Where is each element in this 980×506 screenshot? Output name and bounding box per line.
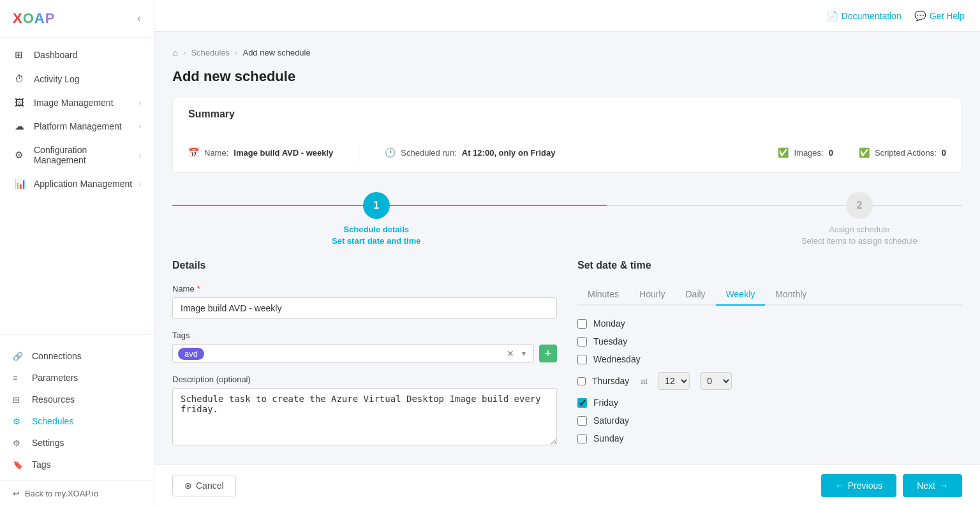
tab-daily[interactable]: Daily — [676, 284, 716, 306]
tag-add-button[interactable]: + — [539, 345, 557, 362]
tuesday-checkbox[interactable] — [577, 337, 587, 346]
stepper-step-1: 1 Schedule details Set start date and ti… — [332, 192, 420, 247]
required-star: * — [197, 284, 200, 294]
friday-checkbox[interactable] — [577, 398, 587, 408]
summary-run-value: At 12:00, only on Friday — [462, 148, 556, 158]
sidebar-item-parameters[interactable]: ≡ Parameters — [0, 367, 154, 389]
name-input[interactable] — [172, 297, 557, 319]
sidebar-divider — [0, 334, 154, 335]
tags-label: Tags — [172, 331, 557, 340]
summary-scheduled-run: 🕐 Scheduled run: At 12:00, only on Frida… — [385, 147, 555, 158]
sidebar-item-tags[interactable]: 🔖 Tags — [0, 454, 154, 475]
datetime-section: Set date & time Minutes Hourly Daily Wee… — [577, 260, 962, 459]
saturday-row[interactable]: Saturday — [577, 415, 962, 426]
configuration-management-icon: ⚙ — [15, 149, 27, 161]
logo-x: X — [13, 10, 23, 26]
saturday-label: Saturday — [593, 415, 629, 426]
back-arrow-icon: ↩ — [13, 489, 20, 498]
stepper: 1 Schedule details Set start date and ti… — [172, 186, 962, 260]
tab-weekly[interactable]: Weekly — [716, 284, 766, 306]
saturday-checkbox[interactable] — [577, 416, 587, 426]
topbar: 📄 Documentation 💬 Get Help — [154, 0, 980, 32]
thursday-checkbox[interactable] — [577, 377, 586, 385]
sidebar-item-activity-log[interactable]: ⏱ Activity Log — [0, 67, 154, 91]
content-area: ⌂ › Schedules › Add new schedule Add new… — [154, 32, 980, 465]
summary-title: Summary — [188, 108, 946, 120]
datetime-title: Set date & time — [577, 260, 962, 271]
breadcrumb-schedules[interactable]: Schedules — [191, 48, 230, 57]
documentation-link[interactable]: 📄 Documentation — [826, 10, 902, 22]
logo-a: A — [34, 10, 45, 26]
tab-hourly[interactable]: Hourly — [629, 284, 675, 306]
name-form-group: Name * — [172, 284, 557, 319]
previous-button[interactable]: ← Previous — [821, 474, 896, 497]
sidebar-item-connections[interactable]: 🔗 Connections — [0, 345, 154, 367]
sidebar-collapse-button[interactable]: ‹ — [137, 11, 141, 25]
logo-o: O — [23, 10, 34, 26]
resources-icon: ⊟ — [13, 395, 26, 405]
tab-minutes[interactable]: Minutes — [577, 284, 629, 306]
step-1-label: Schedule details Set start date and time — [332, 224, 420, 247]
breadcrumb: ⌂ › Schedules › Add new schedule — [172, 47, 962, 58]
tab-monthly[interactable]: Monthly — [765, 284, 817, 306]
documentation-label: Documentation — [842, 11, 902, 21]
sidebar-item-label: Resources — [32, 394, 75, 405]
sidebar-item-label: Image Management — [34, 98, 138, 108]
schedules-icon: ⚙ — [13, 417, 26, 426]
avd-tag: avd — [178, 348, 204, 360]
sidebar-item-settings[interactable]: ⚙ Settings — [0, 432, 154, 454]
tuesday-label: Tuesday — [593, 336, 627, 346]
summary-images-value: 0 — [829, 148, 833, 158]
sidebar-item-dashboard[interactable]: ⊞ Dashboard — [0, 43, 154, 67]
summary-scripted-actions: ✅ Scripted Actions: 0 — [859, 147, 946, 158]
back-to-myxoap-link[interactable]: ↩ Back to my.XOAP.io — [0, 480, 154, 506]
next-button[interactable]: Next → — [903, 474, 962, 497]
sidebar-item-schedules[interactable]: ⚙ Schedules — [0, 410, 154, 432]
hour-select[interactable]: 12 01234 56789 1011131415 1617181920 212… — [658, 372, 690, 390]
monday-row[interactable]: Monday — [577, 318, 962, 329]
tuesday-row[interactable]: Tuesday — [577, 336, 962, 346]
tags-text-input[interactable] — [208, 348, 500, 359]
chevron-right-icon: › — [138, 179, 141, 188]
step-2-label: Assign schedule Select items to assign s… — [801, 224, 917, 247]
sidebar-item-application-management[interactable]: 📊 Application Management › — [0, 172, 154, 196]
sidebar-bottom: 🔗 Connections ≡ Parameters ⊟ Resources ⚙… — [0, 340, 154, 480]
tag-chevron-button[interactable]: ▾ — [519, 348, 528, 359]
minute-select[interactable]: 0 510152025 303540455055 — [700, 372, 732, 390]
breadcrumb-home[interactable]: ⌂ — [172, 47, 178, 58]
step-2-circle: 2 — [846, 192, 873, 219]
sidebar-item-label: Connections — [32, 351, 82, 361]
sidebar-item-label: Schedules — [32, 416, 73, 426]
sidebar-item-platform-management[interactable]: ☁ Platform Management › — [0, 114, 154, 138]
check-circle-2-icon: ✅ — [859, 147, 870, 158]
tag-clear-button[interactable]: ✕ — [504, 347, 517, 360]
thursday-label: Thursday — [592, 376, 629, 386]
sunday-row[interactable]: Sunday — [577, 433, 962, 443]
wednesday-row[interactable]: Wednesday — [577, 354, 962, 364]
cancel-icon: ⊗ — [184, 480, 192, 491]
monday-checkbox[interactable] — [577, 319, 587, 329]
friday-row[interactable]: Friday — [577, 398, 962, 408]
get-help-link[interactable]: 💬 Get Help — [914, 10, 965, 22]
settings-icon: ⚙ — [13, 438, 26, 448]
chevron-right-icon: › — [138, 98, 141, 107]
prev-arrow-icon: ← — [835, 480, 844, 491]
sunday-checkbox[interactable] — [577, 434, 587, 443]
wednesday-checkbox[interactable] — [577, 355, 587, 364]
sidebar-item-configuration-management[interactable]: ⚙ Configuration Management › — [0, 138, 154, 172]
sidebar-logo: XOAP ‹ — [0, 0, 154, 38]
sidebar-item-label: Application Management — [34, 179, 138, 189]
sidebar-item-image-management[interactable]: 🖼 Image Management › — [0, 91, 154, 114]
at-label: at — [641, 376, 648, 386]
sidebar-nav: ⊞ Dashboard ⏱ Activity Log 🖼 Image Manag… — [0, 38, 154, 329]
breadcrumb-current: Add new schedule — [242, 48, 310, 57]
monday-label: Monday — [593, 318, 625, 329]
sidebar-item-resources[interactable]: ⊟ Resources — [0, 389, 154, 410]
description-textarea[interactable]: Schedule task to create the Azure Virtua… — [172, 388, 557, 445]
sidebar-item-label: Settings — [32, 438, 64, 448]
tags-container[interactable]: avd ✕ ▾ — [172, 344, 534, 363]
cancel-button[interactable]: ⊗ Cancel — [172, 475, 236, 496]
dashboard-icon: ⊞ — [15, 49, 27, 61]
summary-images: ✅ Images: 0 — [778, 147, 833, 158]
breadcrumb-separator: › — [183, 48, 186, 57]
